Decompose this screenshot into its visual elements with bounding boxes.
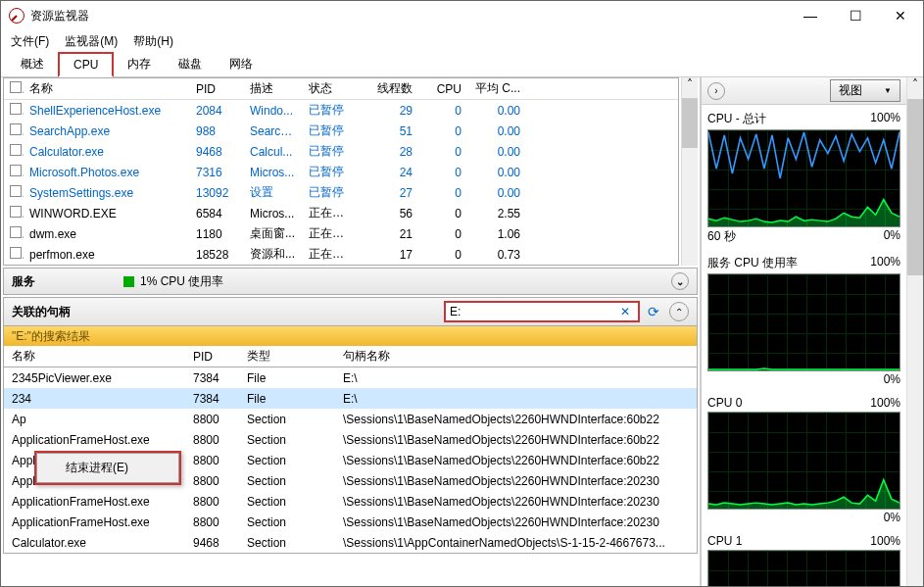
- tab-disk[interactable]: 磁盘: [165, 52, 216, 76]
- handle-row[interactable]: ApplicationFrameHost.exe 8800 Section \S…: [4, 491, 697, 512]
- tab-network[interactable]: 网络: [216, 52, 267, 76]
- menu-help[interactable]: 帮助(H): [129, 31, 177, 52]
- handle-path: \Sessions\1\BaseNamedObjects\2260HWNDInt…: [335, 474, 697, 488]
- chart-block: CPU - 总计100% 60 秒0%: [707, 109, 900, 249]
- proc-pid: 18528: [190, 248, 244, 262]
- hcol-pid[interactable]: PID: [185, 350, 239, 364]
- chart-foot-right: 0%: [884, 511, 900, 524]
- view-dropdown[interactable]: 视图: [830, 79, 900, 102]
- process-row[interactable]: ShellExperienceHost.exe 2084 Windo... 已暂…: [4, 100, 678, 121]
- handle-path: E:\: [335, 371, 697, 385]
- menu-monitor[interactable]: 监视器(M): [61, 31, 122, 52]
- col-threads[interactable]: 线程数: [360, 80, 418, 97]
- process-row[interactable]: perfmon.exe 18528 资源和... 正在运行 17 0 0.73: [4, 244, 678, 265]
- right-pane: › 视图 CPU - 总计100% 60 秒0%服务 CPU 使用率100% 0…: [701, 77, 906, 586]
- chart-canvas: [707, 273, 900, 371]
- menubar: 文件(F) 监视器(M) 帮助(H): [1, 30, 923, 52]
- maximize-button[interactable]: ☐: [833, 1, 878, 30]
- handle-name: ApplicationFrameHost.exe: [4, 433, 185, 447]
- handles-header: 关联的句柄 ✕ ⟳ ⌃: [3, 297, 698, 326]
- col-status[interactable]: 状态: [303, 80, 360, 97]
- handle-pid: 8800: [185, 515, 239, 529]
- titlebar: 资源监视器 ― ☐ ✕: [1, 1, 923, 30]
- handle-type: Section: [239, 474, 335, 488]
- handle-row[interactable]: 234 7384 File E:\: [4, 388, 697, 409]
- refresh-icon[interactable]: ⟳: [644, 302, 663, 321]
- process-row[interactable]: SystemSettings.exe 13092 设置 已暂停 27 0 0.0…: [4, 182, 678, 203]
- handle-type: Section: [239, 454, 335, 467]
- handle-row[interactable]: Ap 8800 Section \Sessions\1\BaseNamedObj…: [4, 409, 697, 429]
- proc-cpu: 0: [418, 104, 467, 118]
- col-desc[interactable]: 描述: [244, 80, 303, 97]
- col-pid[interactable]: PID: [190, 82, 244, 96]
- tab-memory[interactable]: 内存: [114, 52, 165, 76]
- handle-row[interactable]: Calculator.exe 9468 Section \Sessions\1\…: [4, 532, 697, 553]
- chart-canvas: [707, 129, 900, 227]
- handle-type: Section: [239, 495, 335, 509]
- tab-cpu[interactable]: CPU: [58, 52, 114, 77]
- row-checkbox[interactable]: [10, 123, 22, 135]
- process-row[interactable]: Microsoft.Photos.exe 7316 Micros... 已暂停 …: [4, 162, 678, 182]
- handle-row[interactable]: ApplicationFrameHost.exe 8800 Section \S…: [4, 429, 697, 450]
- ctx-end-process[interactable]: 结束进程(E): [38, 455, 177, 481]
- process-row[interactable]: dwm.exe 1180 桌面窗... 正在运行 21 0 1.06: [4, 223, 678, 244]
- app-icon: [9, 8, 24, 24]
- close-button[interactable]: ✕: [878, 1, 923, 30]
- row-checkbox[interactable]: [10, 185, 22, 197]
- handle-name: ApplicationFrameHost.exe: [4, 495, 185, 509]
- right-scrollbar[interactable]: ˄: [906, 77, 923, 586]
- handle-pid: 9468: [185, 536, 239, 550]
- proc-cpu: 0: [418, 166, 467, 179]
- menu-file[interactable]: 文件(F): [7, 31, 53, 52]
- chart-block: 服务 CPU 使用率100% 0%: [707, 253, 900, 390]
- col-name[interactable]: 名称: [24, 80, 190, 97]
- proc-desc: Search...: [244, 124, 303, 138]
- handle-type: Section: [239, 536, 335, 550]
- process-row[interactable]: SearchApp.exe 988 Search... 已暂停 51 0 0.0…: [4, 121, 678, 141]
- handles-search-box[interactable]: ✕: [444, 301, 640, 322]
- handles-search-input[interactable]: [450, 305, 616, 318]
- collapse-handles-icon[interactable]: ⌃: [669, 302, 689, 321]
- handle-type: Section: [239, 413, 335, 426]
- row-checkbox[interactable]: [10, 103, 22, 115]
- services-header[interactable]: 服务 1% CPU 使用率 ⌄: [3, 268, 698, 295]
- process-table: 名称 PID 描述 状态 线程数 CPU 平均 C... ShellExperi…: [3, 77, 679, 266]
- minimize-button[interactable]: ―: [788, 1, 833, 30]
- proc-threads: 28: [360, 145, 418, 159]
- proc-name: Calculator.exe: [24, 145, 190, 159]
- proc-threads: 56: [360, 207, 418, 220]
- proc-status: 已暂停: [303, 102, 360, 119]
- handle-type: File: [239, 371, 335, 385]
- process-scrollbar[interactable]: ˄: [681, 77, 698, 266]
- handle-row[interactable]: 2345PicViewer.exe 7384 File E:\: [4, 367, 697, 388]
- row-checkbox[interactable]: [10, 247, 22, 259]
- process-row[interactable]: WINWORD.EXE 6584 Micros... 正在运行 56 0 2.5…: [4, 203, 678, 223]
- proc-pid: 1180: [190, 227, 244, 241]
- proc-status: 正在运行: [303, 205, 360, 221]
- proc-status: 已暂停: [303, 143, 360, 160]
- collapse-charts-icon[interactable]: ›: [707, 82, 725, 100]
- row-checkbox[interactable]: [10, 206, 22, 218]
- expand-services-icon[interactable]: ⌄: [671, 272, 689, 290]
- row-checkbox[interactable]: [10, 165, 22, 176]
- col-avg[interactable]: 平均 C...: [467, 80, 526, 97]
- proc-avg: 1.06: [467, 227, 526, 241]
- handle-pid: 8800: [185, 495, 239, 509]
- clear-search-icon[interactable]: ✕: [616, 305, 634, 318]
- hcol-type[interactable]: 类型: [239, 348, 335, 365]
- handle-path: \Sessions\1\AppContainerNamedObjects\S-1…: [335, 536, 697, 550]
- row-checkbox[interactable]: [10, 226, 22, 238]
- process-row[interactable]: Calculator.exe 9468 Calcul... 已暂停 28 0 0…: [4, 141, 678, 162]
- proc-pid: 13092: [190, 186, 244, 200]
- row-checkbox[interactable]: [10, 144, 22, 156]
- hcol-name[interactable]: 名称: [4, 348, 185, 365]
- handle-row[interactable]: ApplicationFrameHost.exe 8800 Section \S…: [4, 512, 697, 532]
- tab-overview[interactable]: 概述: [7, 52, 58, 76]
- proc-name: SystemSettings.exe: [24, 186, 190, 200]
- hcol-handlename[interactable]: 句柄名称: [335, 348, 697, 365]
- handle-name: 2345PicViewer.exe: [4, 371, 185, 385]
- col-cpu[interactable]: CPU: [418, 82, 467, 96]
- proc-cpu: 0: [418, 145, 467, 159]
- chart-title: CPU 0: [707, 396, 742, 410]
- col-checkbox[interactable]: [4, 81, 24, 96]
